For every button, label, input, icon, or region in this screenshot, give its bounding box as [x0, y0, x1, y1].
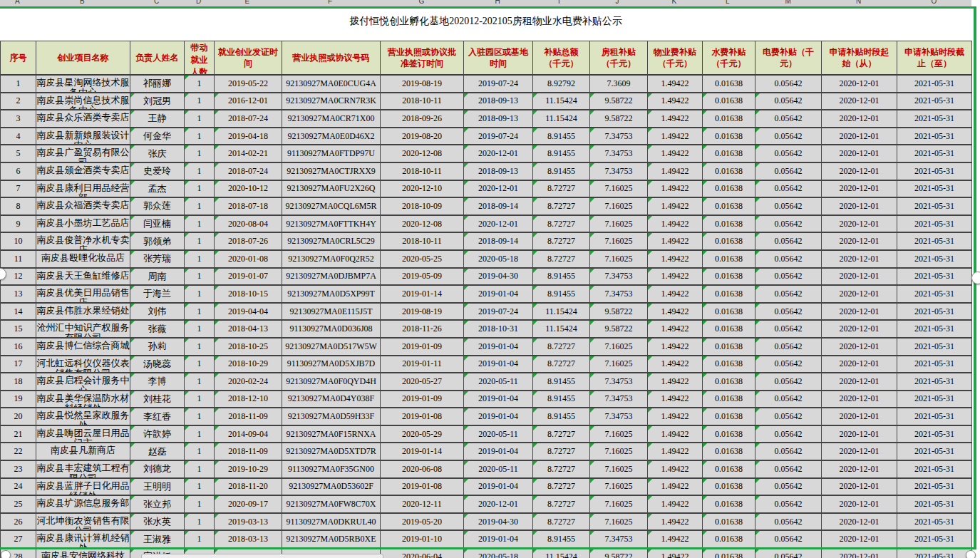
cell-total[interactable]: 8.72727 [533, 251, 590, 269]
cell-cert[interactable]: 2019-03-13 [215, 514, 282, 532]
cell-from[interactable]: 2020-12-01 [822, 391, 897, 409]
cell-rent[interactable]: 7.16025 [590, 461, 648, 479]
cell-n[interactable]: 15 [1, 321, 36, 339]
cell-total[interactable]: 8.91455 [533, 373, 590, 391]
cell-cert[interactable]: 2018-03-13 [215, 531, 282, 549]
cell-rent[interactable]: 7.34753 [590, 408, 648, 426]
cell-lic[interactable]: 91130927MA0D5XJB7D [282, 356, 381, 374]
cell-name[interactable]: 南皮县凡新商店 [36, 443, 130, 461]
cell-prop[interactable]: 1.49422 [648, 216, 703, 234]
cell-cert[interactable]: 2018-04-13 [215, 321, 282, 339]
cell-appr[interactable]: 2020-12-08 [381, 216, 464, 234]
cell-lic[interactable]: 92130927MA0FW8C70X [282, 496, 381, 514]
cell-name[interactable]: 南皮县众福酒类专卖店 [36, 198, 130, 216]
cell-to[interactable]: 2021-05-31 [897, 549, 972, 558]
cell-person[interactable]: 王明明 [130, 479, 185, 497]
cell-from[interactable]: 2020-12-01 [822, 93, 897, 111]
cell-jobs[interactable]: 1 [185, 373, 215, 391]
cell-lic[interactable]: 91130927MA0FTDP97U [282, 145, 381, 163]
cell-to[interactable]: 2021-05-31 [897, 531, 972, 549]
cell-from[interactable]: 2020-12-01 [822, 198, 897, 216]
cell-lic[interactable]: 92130927MA0DJBMP7A [282, 269, 381, 286]
cell-from[interactable]: 2020-12-01 [822, 321, 897, 339]
cell-jobs[interactable]: 1 [185, 461, 215, 479]
cell-appr[interactable]: 2019-05-20 [381, 514, 464, 532]
cell-elec[interactable]: 0.05642 [755, 233, 822, 251]
cell-water[interactable]: 0.01638 [703, 76, 755, 93]
cell-from[interactable]: 2020-12-01 [822, 339, 897, 356]
cell-n[interactable]: 5 [1, 145, 36, 163]
cell-to[interactable]: 2021-05-31 [897, 391, 972, 409]
cell-prop[interactable]: 1.49422 [648, 128, 703, 146]
cell-elec[interactable]: 0.05642 [755, 251, 822, 269]
cell-enter[interactable]: 2018-09-13 [464, 110, 533, 128]
cell-name[interactable]: 南皮县小墨坊工艺品店 [36, 216, 130, 234]
cell-enter[interactable]: 2019-07-24 [464, 304, 533, 321]
cell-elec[interactable]: 0.05642 [755, 461, 822, 479]
cell-cert[interactable]: 2019-04-18 [215, 128, 282, 146]
cell-name[interactable]: 南皮县丰宏建筑工程有限公司 [36, 461, 130, 479]
cell-n[interactable]: 23 [1, 461, 36, 479]
cell-cert[interactable]: 2020-01-08 [215, 251, 282, 269]
cell-rent[interactable]: 7.34753 [590, 286, 648, 304]
cell-elec[interactable]: 0.05642 [755, 408, 822, 426]
cell-to[interactable]: 2021-05-31 [897, 216, 972, 234]
selection-handle-bottom-right[interactable] [966, 550, 976, 558]
cell-jobs[interactable]: 1 [185, 163, 215, 181]
cell-total[interactable]: 8.72727 [533, 461, 590, 479]
cell-water[interactable]: 0.01638 [703, 286, 755, 304]
cell-name[interactable]: 河北坤衡农资销售有限公司 [36, 514, 130, 532]
cell-water[interactable]: 0.01638 [703, 426, 755, 444]
cell-n[interactable]: 18 [1, 373, 36, 391]
cell-elec[interactable]: 0.05642 [755, 76, 822, 93]
cell-rent[interactable]: 9.58722 [590, 93, 648, 111]
header-cell-to[interactable]: 申请补贴时段截止（至） [897, 41, 972, 76]
cell-to[interactable]: 2021-05-31 [897, 443, 972, 461]
cell-prop[interactable]: 1.49422 [648, 110, 703, 128]
cell-cert[interactable]: 2014-09-04 [215, 426, 282, 444]
cell-total[interactable]: 8.72727 [533, 426, 590, 444]
cell-person[interactable]: 刘德龙 [130, 461, 185, 479]
header-cell-lic[interactable]: 营业执照或协议号码 [282, 41, 381, 76]
cell-enter[interactable]: 2020-12-01 [464, 216, 533, 234]
cell-prop[interactable]: 1.49422 [648, 198, 703, 216]
cell-cert[interactable]: 2019-10-29 [215, 461, 282, 479]
cell-to[interactable]: 2021-05-31 [897, 373, 972, 391]
cell-lic[interactable]: 92130927MA0F0Q2R52 [282, 251, 381, 269]
cell-n[interactable]: 27 [1, 531, 36, 549]
cell-total[interactable]: 8.91455 [533, 408, 590, 426]
cell-rent[interactable]: 7.16025 [590, 496, 648, 514]
cell-total[interactable]: 8.91455 [533, 128, 590, 146]
cell-enter[interactable]: 2018-09-13 [464, 93, 533, 111]
cell-from[interactable]: 2020-12-01 [822, 269, 897, 286]
cell-to[interactable]: 2021-05-31 [897, 356, 972, 374]
cell-cert[interactable]: 2019-04-04 [215, 304, 282, 321]
cell-person[interactable]: 张薇 [130, 321, 185, 339]
cell-lic[interactable]: 92130927MA0F0QYD4H [282, 373, 381, 391]
cell-to[interactable]: 2021-05-31 [897, 479, 972, 497]
cell-lic[interactable]: 92130927MA0D517W5W [282, 339, 381, 356]
cell-n[interactable]: 7 [1, 181, 36, 199]
cell-cert[interactable]: 2018-07-24 [215, 110, 282, 128]
cell-cert[interactable]: 2018-11-09 [215, 408, 282, 426]
cell-person[interactable]: 郭领弟 [130, 233, 185, 251]
cell-name[interactable]: 河北虹远科仪仪器仪表销售有限公司 [36, 356, 130, 374]
cell-jobs[interactable]: 1 [185, 304, 215, 321]
cell-prop[interactable]: 1.49422 [648, 496, 703, 514]
cell-enter[interactable]: 2020-05-11 [464, 461, 533, 479]
cell-name[interactable]: 南皮县广盈贸易有限公司 [36, 145, 130, 163]
cell-n[interactable]: 10 [1, 233, 36, 251]
cell-to[interactable]: 2021-05-31 [897, 321, 972, 339]
cell-cert[interactable]: 2020-02-24 [215, 373, 282, 391]
cell-person[interactable]: 李博 [130, 373, 185, 391]
cell-total[interactable]: 11.15424 [533, 110, 590, 128]
cell-jobs[interactable]: 1 [185, 251, 215, 269]
cell-to[interactable]: 2021-05-31 [897, 233, 972, 251]
cell-appr[interactable]: 2020-12-08 [381, 145, 464, 163]
cell-person[interactable]: 何金华 [130, 128, 185, 146]
cell-jobs[interactable]: 1 [185, 269, 215, 286]
cell-name[interactable]: 南皮县博仁信综合商城 [36, 339, 130, 356]
cell-rent[interactable]: 7.16025 [590, 356, 648, 374]
cell-person[interactable]: 张庆 [130, 145, 185, 163]
cell-person[interactable]: 于海兰 [130, 286, 185, 304]
